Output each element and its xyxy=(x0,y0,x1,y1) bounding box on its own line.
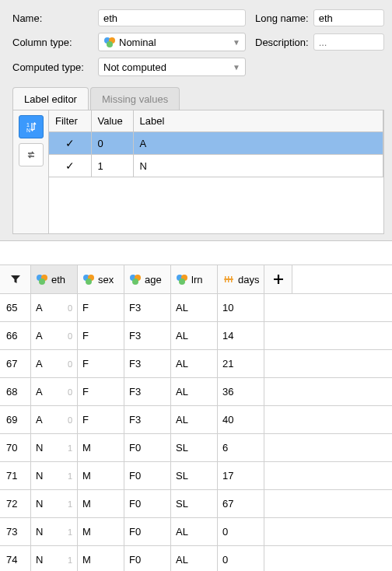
row-number[interactable]: 65 xyxy=(0,294,31,321)
cell-eth[interactable]: A0 xyxy=(31,350,78,377)
cell-days[interactable]: 14 xyxy=(218,322,264,349)
add-column-button[interactable] xyxy=(264,265,292,293)
cell-lrn[interactable]: SL xyxy=(171,434,218,461)
cell-sex[interactable]: F xyxy=(78,294,124,321)
table-row[interactable]: 72N1MF0SL67 xyxy=(0,490,392,518)
cell-lrn[interactable]: AL xyxy=(171,378,218,405)
cell-eth[interactable]: A0 xyxy=(31,378,78,405)
cell-sex[interactable]: M xyxy=(78,546,124,571)
col-header-eth[interactable]: eth xyxy=(31,265,78,293)
cell-sex[interactable]: M xyxy=(78,518,124,545)
cell-age[interactable]: F0 xyxy=(124,518,171,545)
label-row[interactable]: ✓1N xyxy=(49,155,383,177)
longname-input[interactable] xyxy=(313,9,384,26)
table-row[interactable]: 67A0FF3AL21 xyxy=(0,350,392,378)
cell-sex[interactable]: M xyxy=(78,434,124,461)
row-number[interactable]: 72 xyxy=(0,490,31,517)
table-row[interactable]: 73N1MF0AL0 xyxy=(0,518,392,546)
table-row[interactable]: 74N1MF0AL0 xyxy=(0,546,392,571)
tab-label-editor[interactable]: Label editor xyxy=(12,87,89,110)
cell-eth[interactable]: N1 xyxy=(31,518,78,545)
cell-eth[interactable]: N1 xyxy=(31,462,78,489)
label-cell[interactable]: N xyxy=(133,155,383,177)
cell-eth[interactable]: N1 xyxy=(31,434,78,461)
name-input[interactable] xyxy=(98,9,246,26)
cell-lrn[interactable]: AL xyxy=(171,322,218,349)
cell-days[interactable]: 10 xyxy=(218,294,264,321)
cell-sex[interactable]: F xyxy=(78,378,124,405)
col-header-lrn[interactable]: lrn xyxy=(171,265,218,293)
row-number[interactable]: 67 xyxy=(0,350,31,377)
description-input[interactable] xyxy=(313,33,384,51)
filter-check-icon[interactable]: ✓ xyxy=(65,137,75,149)
label-table-header: Filter Value Label xyxy=(49,110,383,132)
cell-age[interactable]: F3 xyxy=(124,406,171,433)
cell-lrn[interactable]: AL xyxy=(171,294,218,321)
col-label: eth xyxy=(51,274,65,286)
row-number[interactable]: 74 xyxy=(0,546,31,571)
row-number[interactable]: 69 xyxy=(0,406,31,433)
col-label[interactable]: Label xyxy=(133,110,383,132)
scale-icon xyxy=(222,273,235,286)
cell-sex[interactable]: F xyxy=(78,322,124,349)
table-row[interactable]: 69A0FF3AL40 xyxy=(0,406,392,434)
filter-check-icon[interactable]: ✓ xyxy=(65,159,75,172)
cell-eth[interactable]: A0 xyxy=(31,294,78,321)
cell-age[interactable]: F0 xyxy=(124,490,171,517)
cell-eth[interactable]: N1 xyxy=(31,490,78,517)
row-number[interactable]: 66 xyxy=(0,322,31,349)
col-value[interactable]: Value xyxy=(91,110,133,132)
cell-sex[interactable]: M xyxy=(78,490,124,517)
col-filter[interactable]: Filter xyxy=(49,110,91,132)
value-cell[interactable]: 1 xyxy=(91,155,133,177)
cell-eth[interactable]: A0 xyxy=(31,406,78,433)
comptype-select[interactable]: Not computed ▼ xyxy=(98,58,246,76)
row-number[interactable]: 70 xyxy=(0,434,31,461)
label-row[interactable]: ✓0A xyxy=(49,132,383,155)
row-number[interactable]: 71 xyxy=(0,462,31,489)
sort-button[interactable]: 1 N xyxy=(19,115,44,138)
cell-lrn[interactable]: SL xyxy=(171,462,218,489)
cell-days[interactable]: 0 xyxy=(218,518,264,545)
table-row[interactable]: 71N1MF0SL17 xyxy=(0,462,392,490)
cell-lrn[interactable]: AL xyxy=(171,406,218,433)
cell-days[interactable]: 67 xyxy=(218,490,264,517)
cell-age[interactable]: F3 xyxy=(124,322,171,349)
table-row[interactable]: 68A0FF3AL36 xyxy=(0,378,392,406)
cell-age[interactable]: F3 xyxy=(124,350,171,377)
cell-age[interactable]: F3 xyxy=(124,294,171,321)
cell-lrn[interactable]: AL xyxy=(171,518,218,545)
cell-lrn[interactable]: SL xyxy=(171,490,218,517)
cell-age[interactable]: F0 xyxy=(124,462,171,489)
col-header-sex[interactable]: sex xyxy=(78,265,124,293)
cell-lrn[interactable]: AL xyxy=(171,546,218,571)
col-header-age[interactable]: age xyxy=(124,265,171,293)
cell-age[interactable]: F0 xyxy=(124,546,171,571)
cell-age[interactable]: F3 xyxy=(124,378,171,405)
table-row[interactable]: 66A0FF3AL14 xyxy=(0,322,392,350)
cell-sex[interactable]: F xyxy=(78,350,124,377)
cell-eth[interactable]: N1 xyxy=(31,546,78,571)
reverse-button[interactable]: N xyxy=(19,143,44,166)
tab-missing-values[interactable]: Missing values xyxy=(90,87,180,110)
cell-sex[interactable]: M xyxy=(78,462,124,489)
col-header-days[interactable]: days xyxy=(218,265,264,293)
row-number[interactable]: 68 xyxy=(0,378,31,405)
table-row[interactable]: 70N1MF0SL6 xyxy=(0,434,392,462)
cell-days[interactable]: 21 xyxy=(218,350,264,377)
row-number[interactable]: 73 xyxy=(0,518,31,545)
filter-column-button[interactable] xyxy=(0,265,31,293)
label-cell[interactable]: A xyxy=(133,132,383,155)
cell-sex[interactable]: F xyxy=(78,406,124,433)
coltype-select[interactable]: Nominal ▼ xyxy=(98,33,246,51)
cell-eth[interactable]: A0 xyxy=(31,322,78,349)
cell-days[interactable]: 0 xyxy=(218,546,264,571)
cell-days[interactable]: 40 xyxy=(218,406,264,433)
cell-age[interactable]: F0 xyxy=(124,434,171,461)
table-row[interactable]: 65A0FF3AL10 xyxy=(0,294,392,322)
value-cell[interactable]: 0 xyxy=(91,132,133,155)
cell-lrn[interactable]: AL xyxy=(171,350,218,377)
cell-days[interactable]: 6 xyxy=(218,434,264,461)
cell-days[interactable]: 36 xyxy=(218,378,264,405)
cell-days[interactable]: 17 xyxy=(218,462,264,489)
